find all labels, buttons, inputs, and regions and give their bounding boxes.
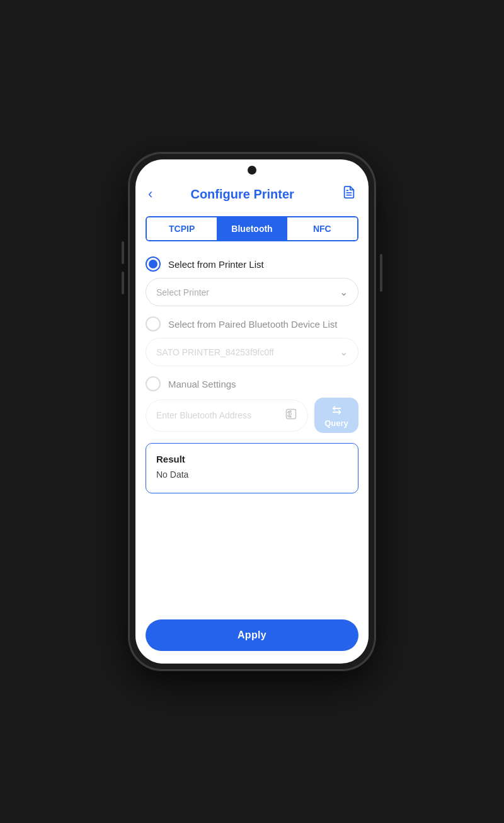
paired-device-dropdown[interactable]: SATO PRINTER_84253f9fc0ff ⌄ — [146, 338, 358, 366]
paired-device-value: SATO PRINTER_84253f9fc0ff — [156, 347, 274, 357]
spacer — [146, 504, 358, 602]
header: ‹ Configure Printer — [135, 177, 369, 211]
tab-tcpip[interactable]: TCPIP — [147, 217, 217, 240]
tab-bar: TCPIP Bluetooth NFC — [146, 216, 358, 241]
chevron-down-icon: ⌄ — [340, 286, 348, 298]
select-printer-placeholder: Select Printer — [156, 287, 209, 297]
result-value: No Data — [156, 469, 348, 480]
result-box: Result No Data — [146, 443, 358, 493]
section-printer-list: Select from Printer List Select Printer … — [146, 256, 358, 306]
tab-bluetooth[interactable]: Bluetooth — [217, 217, 287, 240]
section-paired-devices: Select from Paired Bluetooth Device List… — [146, 316, 358, 366]
radio-printer-list-dot — [149, 260, 158, 268]
query-arrows-icon: ⇆ — [332, 403, 341, 417]
query-button[interactable]: ⇆ Query — [314, 398, 358, 433]
section-manual: Manual Settings Enter Bluetooth Address — [146, 376, 358, 433]
power-button — [380, 254, 382, 292]
radio-manual-label: Manual Settings — [168, 379, 236, 389]
bluetooth-address-placeholder: Enter Bluetooth Address — [156, 410, 251, 420]
radio-printer-list[interactable]: Select from Printer List — [146, 256, 358, 272]
app-screen: ‹ Configure Printer TCPIP — [135, 159, 369, 664]
apply-button[interactable]: Apply — [146, 619, 358, 651]
select-printer-dropdown[interactable]: Select Printer ⌄ — [146, 278, 358, 306]
doc-icon[interactable] — [342, 185, 356, 203]
radio-printer-list-label: Select from Printer List — [168, 259, 264, 270]
result-title: Result — [156, 454, 348, 464]
radio-manual[interactable]: Manual Settings — [146, 376, 358, 391]
query-label: Query — [324, 418, 348, 428]
phone-frame: ‹ Configure Printer TCPIP — [129, 153, 375, 670]
radio-paired-device-circle[interactable] — [146, 316, 161, 331]
chevron-down-icon-2: ⌄ — [340, 346, 348, 358]
camera-notch — [248, 166, 256, 175]
phone-screen: ‹ Configure Printer TCPIP — [135, 159, 369, 664]
tab-nfc[interactable]: NFC — [287, 217, 357, 240]
nfc-icon — [285, 408, 297, 423]
svg-point-3 — [290, 413, 292, 415]
radio-paired-device[interactable]: Select from Paired Bluetooth Device List — [146, 316, 358, 331]
volume-down-button — [122, 272, 124, 294]
radio-paired-device-label: Select from Paired Bluetooth Device List — [168, 319, 337, 330]
page-title: Configure Printer — [142, 187, 342, 202]
volume-up-button — [122, 241, 124, 264]
main-content: Select from Printer List Select Printer … — [135, 246, 369, 612]
radio-manual-circle[interactable] — [146, 376, 161, 391]
bluetooth-address-input-container[interactable]: Enter Bluetooth Address — [146, 400, 308, 432]
apply-section: Apply — [135, 612, 369, 664]
radio-printer-list-circle[interactable] — [146, 256, 161, 272]
